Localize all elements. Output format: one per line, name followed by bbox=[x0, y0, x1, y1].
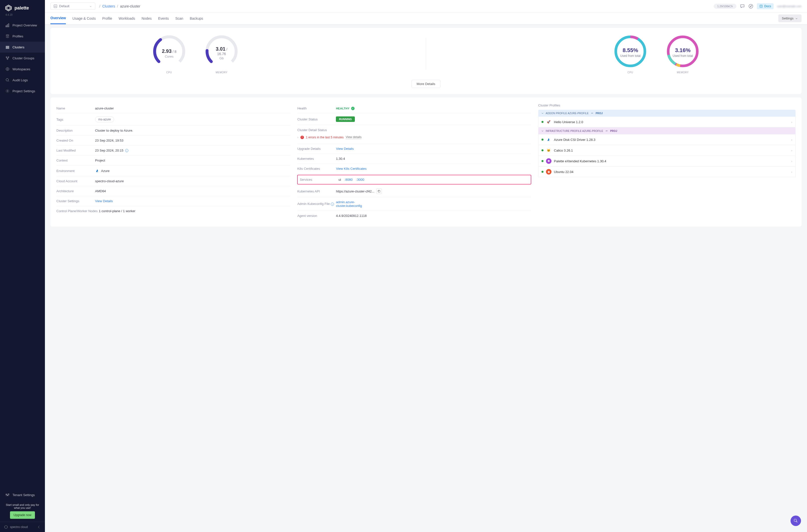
tab-scan[interactable]: Scan bbox=[176, 13, 183, 24]
chevron-right-icon: › bbox=[791, 159, 792, 163]
calico-icon: 🐱 bbox=[546, 148, 551, 153]
azure-icon bbox=[95, 169, 99, 173]
upgrade-button[interactable]: Upgrade now bbox=[10, 511, 35, 519]
svg-point-12 bbox=[6, 68, 9, 71]
svg-point-13 bbox=[7, 69, 8, 70]
brand-name: palette bbox=[15, 5, 29, 11]
profile-item-ubuntu[interactable]: ◉ Ubuntu 22.04 › bbox=[538, 167, 795, 177]
svg-marker-1 bbox=[7, 6, 10, 10]
mem-value: 3.01 bbox=[216, 46, 225, 52]
more-details-button[interactable]: More Details bbox=[411, 80, 441, 88]
footer-text: spectro cloud bbox=[10, 525, 28, 529]
gauges-card: 2.93 / 8 Cores CPU 3.01 / 16.76 bbox=[50, 28, 802, 94]
breadcrumb: / Clusters / azure-cluster bbox=[99, 4, 140, 8]
svg-rect-22 bbox=[760, 5, 762, 7]
nav-project-settings[interactable]: Project Settings bbox=[0, 86, 45, 96]
tab-overview[interactable]: Overview bbox=[50, 13, 66, 24]
info-icon[interactable] bbox=[331, 203, 334, 206]
cpu-gauge: 2.93 / 8 Cores CPU bbox=[148, 34, 190, 74]
cluster-profiles-col: Cluster Profiles ADDON PROFILE AZURE-PRO… bbox=[538, 103, 795, 221]
azure-icon bbox=[546, 137, 551, 142]
promo-area: Start small and only pay for what you us… bbox=[0, 500, 45, 522]
cluster-name: azure-cluster bbox=[95, 107, 114, 110]
nav-cluster-groups[interactable]: Cluster Groups bbox=[0, 53, 45, 63]
status-dot bbox=[542, 160, 544, 162]
status-dot bbox=[542, 171, 544, 173]
svg-point-15 bbox=[7, 91, 8, 92]
svg-point-16 bbox=[6, 494, 7, 495]
book-icon bbox=[759, 4, 763, 8]
gear-icon bbox=[5, 89, 10, 93]
nav-tenant-settings[interactable]: Tenant Settings bbox=[0, 489, 45, 500]
svg-point-14 bbox=[6, 78, 8, 81]
nav-clusters[interactable]: Clusters bbox=[0, 42, 45, 53]
copy-button[interactable] bbox=[376, 188, 382, 194]
status-dot bbox=[542, 139, 544, 140]
nav-label: Profiles bbox=[13, 34, 23, 38]
status-dot bbox=[542, 121, 544, 123]
nav-workspaces[interactable]: Workspaces bbox=[0, 63, 45, 75]
memory-gauge: 3.01 / 16.76 Gb MEMORY bbox=[200, 34, 243, 74]
kubernetes-icon: ✱ bbox=[546, 158, 551, 164]
addon-profile-header[interactable]: ADDON PROFILE AZURE-PROFILE PROJ bbox=[538, 110, 795, 117]
tab-backups[interactable]: Backups bbox=[190, 13, 203, 24]
nav-profiles[interactable]: Profiles bbox=[0, 31, 45, 42]
nav-label: Tenant Settings bbox=[13, 493, 35, 497]
scope-selector[interactable]: Default bbox=[50, 2, 95, 10]
svg-point-11 bbox=[7, 59, 8, 60]
upgrade-details-link[interactable]: View Details bbox=[336, 147, 353, 151]
infra-profile-header[interactable]: INFRASTRUCTURE PROFILE AZURE-PROFILE PRO… bbox=[538, 127, 795, 134]
usage-pill[interactable]: 1.29/100kCh bbox=[714, 4, 736, 9]
tab-profile[interactable]: Profile bbox=[102, 13, 112, 24]
tab-usage-costs[interactable]: Usage & Costs bbox=[72, 13, 96, 24]
chevron-left-icon[interactable] bbox=[37, 525, 41, 529]
tab-events[interactable]: Events bbox=[158, 13, 169, 24]
cluster-settings-link[interactable]: View Details bbox=[95, 199, 113, 203]
promo-text: Start small and only pay for what you us… bbox=[4, 504, 40, 509]
dashboard-icon bbox=[5, 23, 10, 27]
services-highlight: Services ui :8080 :3000 bbox=[297, 175, 531, 185]
sidebar-footer[interactable]: spectro cloud bbox=[0, 522, 45, 532]
kubeconfig-link[interactable]: admin.azure-cluster.kubeconfig bbox=[336, 200, 376, 208]
service-port-3000[interactable]: :3000 bbox=[356, 178, 364, 182]
svg-rect-8 bbox=[6, 48, 9, 49]
svg-rect-7 bbox=[6, 47, 9, 48]
profile-item-pxk[interactable]: ✱ Palette eXtended Kubernetes 1.30.4 › bbox=[538, 156, 795, 167]
svg-rect-3 bbox=[7, 25, 8, 27]
error-row[interactable]: › ! 1 errors in the last 5 minutes View … bbox=[297, 134, 362, 140]
api-url: https://azure-cluster-cf42... bbox=[336, 189, 374, 193]
k8s-certs-link[interactable]: View K8s Certificates bbox=[336, 167, 367, 171]
profile-item-hello-universe[interactable]: 🚀 Hello Universe 1.2.0 › bbox=[538, 117, 795, 127]
nav-project-overview[interactable]: Project Overview bbox=[0, 20, 45, 31]
nav-label: Project Overview bbox=[13, 23, 37, 27]
crumb-clusters[interactable]: Clusters bbox=[102, 4, 115, 8]
clusters-icon bbox=[5, 45, 10, 49]
main-nav: Project Overview Profiles Clusters Clust… bbox=[0, 20, 45, 489]
nav-audit-logs[interactable]: Audit Logs bbox=[0, 75, 45, 86]
compass-icon[interactable] bbox=[748, 4, 753, 9]
tag-pill: ms-azure bbox=[95, 116, 114, 122]
details-left-col: Nameazure-cluster Tagsms-azure Descripti… bbox=[56, 103, 290, 221]
floating-search-button[interactable] bbox=[790, 516, 801, 526]
service-port-8080[interactable]: :8080 bbox=[345, 178, 353, 182]
tab-workloads[interactable]: Workloads bbox=[118, 13, 135, 24]
profile-item-azure-csi[interactable]: Azure Disk CSI Driver 1.28.3 › bbox=[538, 134, 795, 145]
chevron-down-icon bbox=[795, 17, 798, 20]
chevron-right-icon: › bbox=[791, 120, 792, 124]
info-icon[interactable] bbox=[125, 149, 129, 152]
docs-button[interactable]: Docs bbox=[757, 3, 774, 9]
version-text: 4.4.19 bbox=[0, 14, 45, 20]
topbar: Default / Clusters / azure-cluster 1.29/… bbox=[45, 0, 807, 13]
view-errors-link[interactable]: View details bbox=[346, 135, 362, 139]
svg-marker-19 bbox=[4, 526, 7, 529]
settings-button[interactable]: Settings bbox=[778, 15, 802, 22]
tab-nodes[interactable]: Nodes bbox=[142, 13, 151, 24]
chat-icon[interactable] bbox=[740, 4, 745, 9]
profile-item-calico[interactable]: 🐱 Calico 3.26.1 › bbox=[538, 145, 795, 156]
nav-label: Clusters bbox=[13, 45, 24, 49]
svg-rect-2 bbox=[6, 26, 6, 27]
health-badge: HEALTHY bbox=[336, 107, 350, 110]
user-menu[interactable]: user@example.com bbox=[777, 5, 802, 8]
logo: palette bbox=[0, 0, 45, 14]
svg-rect-4 bbox=[8, 24, 9, 27]
